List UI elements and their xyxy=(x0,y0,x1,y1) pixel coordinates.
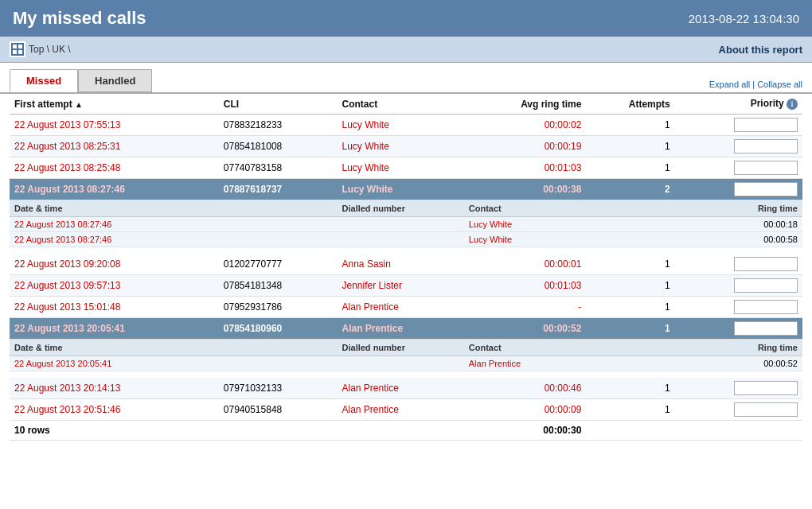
sub-table-row: 22 August 2013 20:05:41 Alan Prentice 00… xyxy=(10,356,802,371)
breadcrumb: Top \ UK \ xyxy=(10,41,71,57)
about-report-link[interactable]: About this report xyxy=(719,44,802,56)
priority-input[interactable] xyxy=(734,257,798,271)
cell-avg-ring: 00:00:46 xyxy=(464,378,587,399)
sub-col-ring-time: Ring time xyxy=(675,200,802,217)
cell-priority xyxy=(675,254,802,275)
sub-col-dialled: Dialled number xyxy=(338,340,464,356)
cell-attempts: 1 xyxy=(586,157,674,179)
sort-arrow-icon: ▲ xyxy=(75,100,83,109)
cell-first-attempt: 22 August 2013 20:05:41 xyxy=(10,318,219,340)
col-contact: Contact xyxy=(338,94,464,115)
cell-avg-ring: 00:00:38 xyxy=(464,179,587,200)
cell-avg-ring: 00:00:52 xyxy=(464,318,587,340)
collapse-all-link[interactable]: Collapse all xyxy=(757,80,802,89)
sub-cell-dialled xyxy=(338,356,464,371)
cell-attempts: 1 xyxy=(586,318,674,340)
cell-contact: Lucy White xyxy=(338,136,464,157)
cell-priority xyxy=(675,275,802,297)
sub-col-empty xyxy=(219,200,338,217)
sub-table-header-row: Date & time Dialled number Contact Ring … xyxy=(10,200,802,217)
table-footer-row: 10 rows 00:00:30 xyxy=(10,421,802,441)
priority-info-icon[interactable]: i xyxy=(787,99,798,110)
sub-cell-ring-time: 00:00:52 xyxy=(675,356,802,371)
cell-attempts: 1 xyxy=(586,378,674,399)
sub-col-empty2 xyxy=(586,200,674,217)
priority-input[interactable] xyxy=(734,300,798,314)
cell-first-attempt: 22 August 2013 09:20:08 xyxy=(10,254,219,275)
table-row: 22 August 2013 08:25:31 07854181008 Lucy… xyxy=(10,136,802,157)
cell-attempts: 2 xyxy=(586,179,674,200)
cell-priority xyxy=(675,318,802,340)
footer-row-count: 10 rows xyxy=(10,421,464,441)
table-header-row: First attempt ▲ CLI Contact Avg ring tim… xyxy=(10,94,802,115)
cell-cli: 07887618737 xyxy=(219,179,338,200)
table-row: 22 August 2013 08:27:46 07887618737 Lucy… xyxy=(10,179,802,200)
table-row: 22 August 2013 08:25:48 07740783158 Lucy… xyxy=(10,157,802,179)
sub-col-datetime: Date & time xyxy=(10,200,219,217)
sub-cell-ring-time: 00:00:18 xyxy=(675,217,802,232)
priority-input[interactable] xyxy=(734,161,798,175)
priority-input[interactable] xyxy=(734,321,798,336)
cell-priority xyxy=(675,378,802,399)
svg-rect-3 xyxy=(18,50,22,54)
table-area: First attempt ▲ CLI Contact Avg ring tim… xyxy=(0,92,812,447)
cell-cli: 07952931786 xyxy=(219,297,338,318)
footer-total-avg: 00:00:30 xyxy=(464,421,587,441)
cell-cli: 07883218233 xyxy=(219,115,338,136)
sub-col-empty2 xyxy=(586,340,674,356)
cell-avg-ring: 00:00:09 xyxy=(464,399,587,421)
sub-cell-contact: Lucy White xyxy=(464,217,587,232)
sub-col-empty xyxy=(219,340,338,356)
priority-input[interactable] xyxy=(734,278,798,293)
cell-first-attempt: 22 August 2013 15:01:48 xyxy=(10,297,219,318)
svg-rect-0 xyxy=(13,45,17,49)
cell-first-attempt: 22 August 2013 08:25:31 xyxy=(10,136,219,157)
cell-first-attempt: 22 August 2013 20:14:13 xyxy=(10,378,219,399)
cell-cli: 07971032133 xyxy=(219,378,338,399)
table-row: 22 August 2013 09:20:08 01202770777 Anna… xyxy=(10,254,802,275)
cell-priority xyxy=(675,157,802,179)
cell-cli: 07854180960 xyxy=(219,318,338,340)
spacer-row xyxy=(10,247,802,254)
cell-contact: Lucy White xyxy=(338,179,464,200)
tab-missed[interactable]: Missed xyxy=(10,69,78,92)
cell-contact: Alan Prentice xyxy=(338,297,464,318)
sub-table-row: 22 August 2013 08:27:46 Lucy White 00:00… xyxy=(10,232,802,247)
priority-input[interactable] xyxy=(734,182,798,196)
priority-input[interactable] xyxy=(734,139,798,153)
sub-col-dialled: Dialled number xyxy=(338,200,464,217)
cell-cli: 07740783158 xyxy=(219,157,338,179)
cell-priority xyxy=(675,179,802,200)
sub-col-ring-time: Ring time xyxy=(675,340,802,356)
tab-handled[interactable]: Handled xyxy=(78,69,152,92)
cell-attempts: 1 xyxy=(586,297,674,318)
sub-cell-empty2 xyxy=(586,232,674,247)
tabs-area: Missed Handled Expand all | Collapse all xyxy=(0,63,812,92)
sub-cell-datetime: 22 August 2013 08:27:46 xyxy=(10,217,219,232)
expand-all-link[interactable]: Expand all xyxy=(709,80,750,89)
sub-table-row: 22 August 2013 08:27:46 Lucy White 00:00… xyxy=(10,217,802,232)
table-body: 22 August 2013 07:55:13 07883218233 Lucy… xyxy=(10,115,802,441)
priority-input[interactable] xyxy=(734,381,798,395)
priority-input[interactable] xyxy=(734,402,798,417)
header-datetime: 2013-08-22 13:04:30 xyxy=(689,12,799,25)
sub-cell-datetime: 22 August 2013 20:05:41 xyxy=(10,356,219,371)
cell-avg-ring: 00:00:01 xyxy=(464,254,587,275)
cell-priority xyxy=(675,136,802,157)
svg-rect-2 xyxy=(13,50,17,54)
col-first-attempt: First attempt ▲ xyxy=(10,94,219,115)
cell-priority xyxy=(675,399,802,421)
cell-first-attempt: 22 August 2013 08:27:46 xyxy=(10,179,219,200)
cell-first-attempt: 22 August 2013 20:51:46 xyxy=(10,399,219,421)
cell-contact: Lucy White xyxy=(338,115,464,136)
priority-input[interactable] xyxy=(734,118,798,132)
cell-attempts: 1 xyxy=(586,115,674,136)
cell-attempts: 1 xyxy=(586,275,674,297)
nav-icon xyxy=(10,41,25,57)
tab-group: Missed Handled xyxy=(10,69,152,92)
sub-cell-empty2 xyxy=(586,217,674,232)
sub-cell-datetime: 22 August 2013 08:27:46 xyxy=(10,232,219,247)
page-header: My missed calls 2013-08-22 13:04:30 xyxy=(0,0,812,37)
table-row: 22 August 2013 09:57:13 07854181348 Jenn… xyxy=(10,275,802,297)
cell-attempts: 1 xyxy=(586,254,674,275)
